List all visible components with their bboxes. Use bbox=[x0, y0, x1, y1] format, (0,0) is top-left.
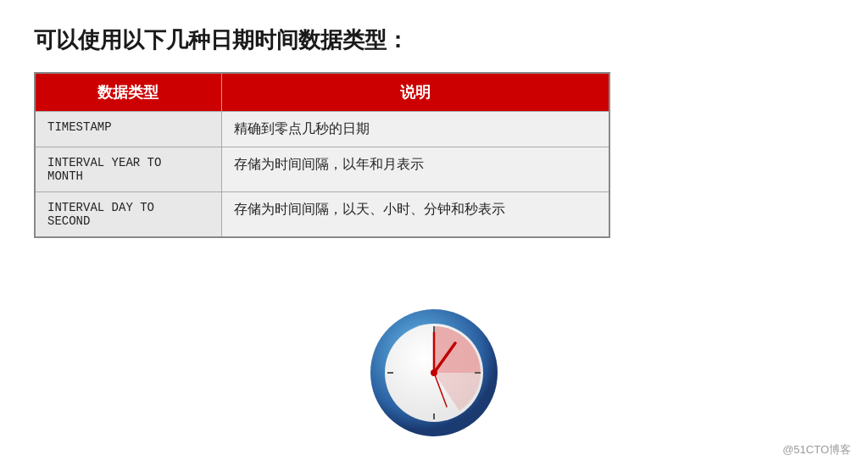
table-row: TIMESTAMP 精确到零点几秒的日期 bbox=[35, 112, 609, 147]
col-header-type: 数据类型 bbox=[35, 73, 221, 112]
page-title: 可以使用以下几种日期时间数据类型： bbox=[34, 25, 834, 55]
page-container: 可以使用以下几种日期时间数据类型： 数据类型 说明 TIMESTAMP 精确到零… bbox=[0, 0, 868, 255]
svg-point-5 bbox=[431, 369, 437, 376]
clock-illustration bbox=[366, 305, 502, 441]
cell-type-1: INTERVAL YEAR TO MONTH bbox=[35, 147, 221, 192]
cell-desc-1: 存储为时间间隔，以年和月表示 bbox=[221, 147, 609, 192]
table-header-row: 数据类型 说明 bbox=[35, 73, 609, 112]
cell-type-0: TIMESTAMP bbox=[35, 112, 221, 147]
table-row: INTERVAL DAY TO SECOND 存储为时间间隔，以天、小时、分钟和… bbox=[35, 192, 609, 238]
cell-desc-0: 精确到零点几秒的日期 bbox=[221, 112, 609, 147]
cell-type-2: INTERVAL DAY TO SECOND bbox=[35, 192, 221, 238]
data-table: 数据类型 说明 TIMESTAMP 精确到零点几秒的日期 INTERVAL YE… bbox=[34, 72, 610, 238]
watermark: @51CTO博客 bbox=[782, 442, 851, 458]
cell-desc-2: 存储为时间间隔，以天、小时、分钟和秒表示 bbox=[221, 192, 609, 238]
col-header-desc: 说明 bbox=[221, 73, 609, 112]
table-row: INTERVAL YEAR TO MONTH 存储为时间间隔，以年和月表示 bbox=[35, 147, 609, 192]
